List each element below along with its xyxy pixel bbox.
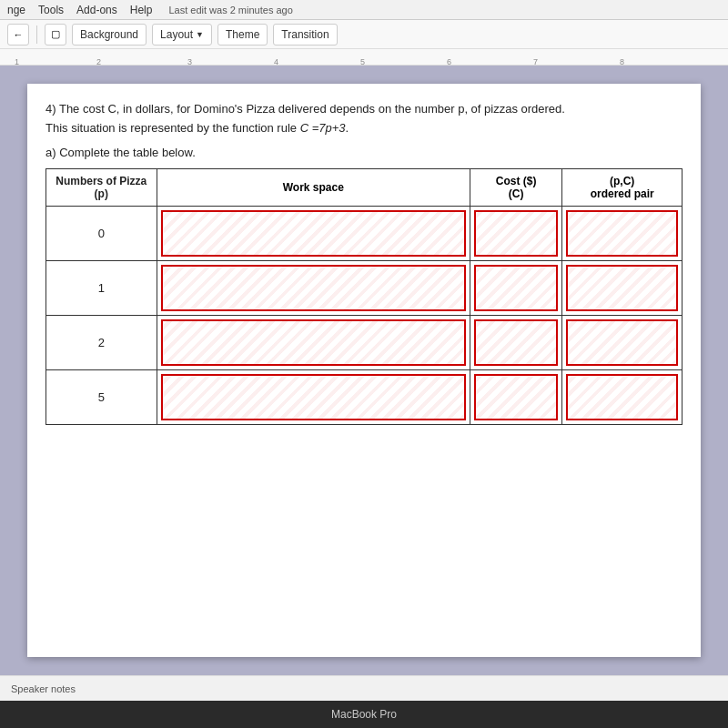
pizza-value-1: 1 bbox=[46, 260, 157, 315]
pair-input-2[interactable] bbox=[562, 315, 682, 369]
ruler-mark-3: 3 bbox=[187, 57, 192, 66]
cost-input-5[interactable] bbox=[470, 369, 561, 424]
speaker-notes-label[interactable]: Speaker notes bbox=[11, 683, 76, 694]
table-row: 5 bbox=[46, 369, 682, 424]
table-row: 0 bbox=[46, 206, 682, 260]
table-header-row: Numbers of Pizza (p) Work space Cost ($)… bbox=[46, 168, 682, 206]
slide: 4) The cost C, in dollars, for Domino's … bbox=[27, 84, 701, 657]
ruler-mark-8: 8 bbox=[620, 57, 624, 66]
problem-description: The cost C, in dollars, for Domino's Piz… bbox=[59, 102, 565, 116]
workspace-box-2 bbox=[161, 319, 466, 366]
toolbar: ← ▢ Background Layout ▼ Theme Transition bbox=[0, 20, 728, 49]
cost-input-0[interactable] bbox=[470, 206, 561, 260]
workspace-box-5 bbox=[161, 374, 466, 420]
header-ordered-pair: (p,C) ordered pair bbox=[562, 168, 682, 206]
workspace-box-0 bbox=[161, 210, 466, 257]
workspace-input-1[interactable] bbox=[157, 260, 470, 315]
workspace-input-2[interactable] bbox=[157, 315, 470, 369]
bottom-bar: Speaker notes bbox=[0, 675, 728, 701]
ruler-mark-7: 7 bbox=[533, 57, 538, 66]
transition-button[interactable]: Transition bbox=[273, 24, 337, 46]
pair-input-5[interactable] bbox=[562, 369, 682, 424]
ruler-mark-2: 2 bbox=[96, 57, 101, 66]
menu-item-help[interactable]: Help bbox=[130, 4, 153, 16]
ruler-mark-5: 5 bbox=[360, 57, 365, 66]
pair-input-1[interactable] bbox=[562, 260, 682, 315]
ruler: 1 2 3 4 5 6 7 8 bbox=[0, 49, 728, 66]
data-table: Numbers of Pizza (p) Work space Cost ($)… bbox=[46, 168, 682, 425]
ruler-mark-1: 1 bbox=[15, 57, 19, 66]
situation-text: This situation is represented by the fun… bbox=[46, 121, 300, 135]
menu-item-addons[interactable]: Add-ons bbox=[76, 4, 117, 16]
last-edit-text: Last edit was 2 minutes ago bbox=[168, 5, 292, 15]
ruler-mark-6: 6 bbox=[447, 57, 451, 66]
toolbar-separator-1 bbox=[36, 25, 37, 44]
table-row: 1 bbox=[46, 260, 682, 315]
pizza-value-0: 0 bbox=[46, 206, 157, 260]
cost-input-2[interactable] bbox=[470, 315, 561, 369]
header-cost: Cost ($) (C) bbox=[470, 168, 561, 206]
editor-area: 4) The cost C, in dollars, for Domino's … bbox=[0, 66, 728, 675]
cost-box-2 bbox=[474, 319, 558, 366]
workspace-box-1 bbox=[161, 265, 466, 311]
layout-dropdown-icon: ▼ bbox=[196, 30, 204, 39]
pair-box-2 bbox=[566, 319, 678, 366]
problem-number: 4) bbox=[46, 102, 56, 116]
pair-box-1 bbox=[566, 265, 678, 311]
menu-bar: nge Tools Add-ons Help Last edit was 2 m… bbox=[0, 0, 728, 20]
pair-box-5 bbox=[566, 374, 678, 420]
pair-box-0 bbox=[566, 210, 678, 257]
cost-box-1 bbox=[474, 265, 558, 311]
background-button[interactable]: Background bbox=[72, 24, 147, 46]
pizza-value-2: 2 bbox=[46, 315, 157, 369]
macbook-label: MacBook Pro bbox=[331, 708, 397, 721]
menu-item-tools[interactable]: Tools bbox=[38, 4, 64, 16]
slides-icon[interactable]: ▢ bbox=[45, 24, 66, 46]
macbook-bar: MacBook Pro bbox=[0, 701, 728, 728]
cost-box-0 bbox=[474, 210, 558, 257]
workspace-input-0[interactable] bbox=[157, 206, 470, 260]
theme-button[interactable]: Theme bbox=[217, 24, 268, 46]
table-row: 2 bbox=[46, 315, 682, 369]
workspace-input-5[interactable] bbox=[157, 369, 470, 424]
pair-input-0[interactable] bbox=[562, 206, 682, 260]
layout-button[interactable]: Layout ▼ bbox=[152, 24, 212, 46]
formula-text: C =7p+3 bbox=[300, 121, 346, 135]
header-pizza: Numbers of Pizza (p) bbox=[46, 168, 157, 206]
pizza-value-5: 5 bbox=[46, 369, 157, 424]
ruler-mark-4: 4 bbox=[274, 57, 278, 66]
header-workspace: Work space bbox=[157, 168, 470, 206]
cost-input-1[interactable] bbox=[470, 260, 561, 315]
cost-box-5 bbox=[474, 374, 558, 420]
problem-statement: 4) The cost C, in dollars, for Domino's … bbox=[46, 100, 682, 138]
sub-question-label: a) Complete the table below. bbox=[46, 146, 682, 159]
back-button[interactable]: ← bbox=[7, 24, 29, 46]
menu-item-nge[interactable]: nge bbox=[7, 4, 25, 16]
